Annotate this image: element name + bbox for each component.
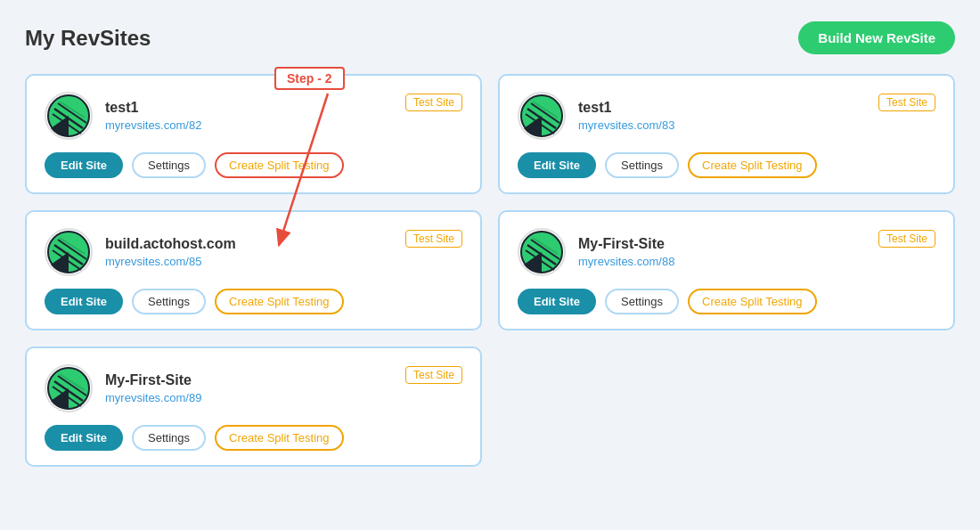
build-new-revsite-button[interactable]: Build New RevSite	[798, 21, 955, 54]
settings-button[interactable]: Settings	[132, 152, 206, 178]
site-name: My-First-Site	[578, 236, 674, 252]
site-url: myrevsites.com/85	[105, 255, 236, 268]
site-logo	[45, 364, 93, 412]
site-card-card-5: My-First-Site myrevsites.com/89 Test Sit…	[25, 347, 482, 467]
card-header: My-First-Site myrevsites.com/89 Test Sit…	[45, 364, 462, 412]
site-logo	[45, 92, 93, 140]
site-card-card-3: build.actohost.com myrevsites.com/85 Tes…	[25, 210, 482, 330]
settings-button[interactable]: Settings	[132, 425, 206, 451]
page-container: { "header": { "title": "My RevSites", "b…	[0, 0, 980, 488]
page-title: My RevSites	[25, 26, 151, 51]
edit-site-button[interactable]: Edit Site	[45, 425, 123, 451]
site-badge: Test Site	[878, 94, 935, 111]
site-card-card-4: My-First-Site myrevsites.com/88 Test Sit…	[498, 210, 955, 330]
card-header: test1 myrevsites.com/82 Test Site	[45, 92, 462, 140]
card-actions: Edit Site Settings Create Split Testing	[45, 289, 462, 314]
create-split-testing-button[interactable]: Create Split Testing	[688, 152, 817, 178]
edit-site-button[interactable]: Edit Site	[45, 152, 123, 178]
edit-site-button[interactable]: Edit Site	[518, 289, 596, 314]
create-split-testing-button[interactable]: Create Split Testing	[215, 152, 344, 178]
card-actions: Edit Site Settings Create Split Testing	[518, 152, 935, 178]
create-split-testing-button[interactable]: Create Split Testing	[688, 289, 817, 314]
settings-button[interactable]: Settings	[605, 152, 679, 178]
create-split-testing-button[interactable]: Create Split Testing	[215, 425, 344, 451]
site-name: test1	[578, 100, 674, 116]
site-url: myrevsites.com/88	[578, 255, 674, 268]
settings-button[interactable]: Settings	[605, 289, 679, 314]
card-header: My-First-Site myrevsites.com/88 Test Sit…	[518, 228, 935, 276]
site-name: test1	[105, 100, 201, 116]
card-actions: Edit Site Settings Create Split Testing	[45, 152, 462, 178]
card-header: test1 myrevsites.com/83 Test Site	[518, 92, 935, 140]
card-actions: Edit Site Settings Create Split Testing	[45, 425, 462, 451]
site-logo	[45, 228, 93, 276]
cards-grid: test1 myrevsites.com/82 Test Site Edit S…	[25, 74, 955, 467]
edit-site-button[interactable]: Edit Site	[45, 289, 123, 314]
site-logo	[518, 92, 566, 140]
settings-button[interactable]: Settings	[132, 289, 206, 314]
card-header: build.actohost.com myrevsites.com/85 Tes…	[45, 228, 462, 276]
site-card-card-2: test1 myrevsites.com/83 Test Site Edit S…	[498, 74, 955, 194]
site-logo	[518, 228, 566, 276]
step-annotation: Step - 2	[274, 67, 345, 90]
site-badge: Test Site	[405, 366, 462, 384]
site-badge: Test Site	[405, 94, 462, 111]
site-name: My-First-Site	[105, 372, 201, 388]
site-url: myrevsites.com/83	[578, 118, 674, 132]
card-actions: Edit Site Settings Create Split Testing	[518, 289, 935, 314]
site-card-card-1: test1 myrevsites.com/82 Test Site Edit S…	[25, 74, 482, 194]
site-url: myrevsites.com/89	[105, 391, 201, 404]
step-label: Step - 2	[274, 67, 345, 90]
page-header: My RevSites Build New RevSite	[25, 21, 955, 54]
edit-site-button[interactable]: Edit Site	[518, 152, 596, 178]
site-url: myrevsites.com/82	[105, 118, 201, 132]
create-split-testing-button[interactable]: Create Split Testing	[215, 289, 344, 314]
site-name: build.actohost.com	[105, 236, 236, 252]
site-badge: Test Site	[405, 230, 462, 248]
site-badge: Test Site	[878, 230, 935, 248]
